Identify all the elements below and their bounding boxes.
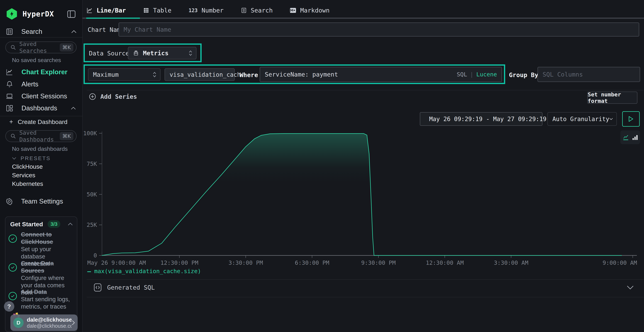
saved-searches-input[interactable]: Saved Searches ⌘K	[5, 42, 76, 53]
sidebar-item-team-settings[interactable]: Team Settings	[5, 198, 63, 205]
user-menu[interactable]: D dale@clickhouse.com dale@clickhouse.co…	[10, 314, 78, 331]
date-range-value: May 26 09:29:19 - May 27 09:29:19	[429, 116, 546, 122]
check-circle-icon	[8, 234, 17, 243]
tab-label: Table	[153, 7, 172, 14]
generated-sql-toggle[interactable]: Generated SQL	[94, 282, 634, 293]
get-started-item[interactable]: Add Data Start sending logs, metrics, or…	[21, 288, 74, 310]
sidebar-item-dashboards[interactable]: Dashboards	[6, 104, 76, 112]
preset-services[interactable]: Services	[12, 172, 35, 179]
preset-clickhouse[interactable]: ClickHouse	[12, 163, 43, 170]
get-started-title: Get Started	[10, 221, 43, 228]
play-icon	[628, 116, 634, 122]
chevron-down-icon	[627, 285, 634, 290]
saved-dashboards-input[interactable]: Saved Dashboards ⌘K	[5, 130, 76, 142]
mode-separator: |	[467, 71, 476, 78]
help-button[interactable]: ?	[4, 301, 14, 312]
where-value: ServiceName: payment	[265, 71, 457, 78]
svg-text:3:30:00 AM: 3:30:00 AM	[494, 260, 528, 266]
where-label: Where	[240, 71, 258, 78]
database-icon	[133, 50, 139, 56]
tab-label: Markdown	[300, 7, 330, 14]
app-title: HyperDX	[22, 10, 54, 18]
get-started-item-title: Create Data Sources	[21, 260, 74, 274]
app-logo[interactable]: HyperDX	[6, 8, 54, 20]
tab-search[interactable]: Search	[241, 7, 273, 14]
data-source-select[interactable]: Metrics	[128, 47, 196, 60]
get-started-item-desc: Start sending logs, metrics, or traces	[21, 296, 74, 310]
shortcut-badge: ⌘K	[60, 43, 73, 52]
aggregation-value: Maximum	[93, 71, 152, 78]
legend-dash-icon: —	[87, 268, 91, 275]
sql-mode-toggle[interactable]: SQL	[457, 71, 467, 78]
lucene-mode-toggle[interactable]: Lucene	[476, 71, 497, 78]
search-section-label: Search	[21, 28, 71, 36]
svg-text:6:30:00 PM: 6:30:00 PM	[295, 260, 329, 266]
plus-icon: +	[9, 118, 13, 126]
avatar: D	[13, 318, 24, 328]
add-series-label: Add Series	[100, 93, 137, 100]
select-chevrons-icon	[152, 72, 156, 78]
laptop-icon	[6, 92, 13, 100]
check-circle-icon	[8, 263, 17, 272]
add-series-button[interactable]: Add Series	[89, 93, 137, 100]
metric-tag-text: visa_validation_cach	[170, 71, 240, 78]
line-chart-icon	[86, 7, 93, 14]
saved-searches-placeholder: Saved Searches	[19, 40, 60, 54]
svg-text:75K: 75K	[86, 160, 97, 167]
chevron-right-icon	[72, 320, 75, 326]
tab-track	[82, 18, 644, 19]
sidebar-item-alerts[interactable]: Alerts	[6, 80, 38, 88]
tab-line-bar[interactable]: Line/Bar	[86, 7, 126, 14]
sidebar: HyperDX Search Saved Searches ⌘K No save…	[0, 0, 83, 332]
chart-type-tabbar: Line/Bar Table 123 Number Search Markdow…	[86, 5, 330, 16]
no-saved-dashboards-text: No saved dashboards	[12, 146, 68, 152]
tab-label: Line/Bar	[96, 7, 126, 14]
granularity-select[interactable]: Auto Granularity	[548, 112, 617, 126]
chevron-up-icon	[68, 222, 73, 226]
line-chart-icon	[6, 68, 13, 76]
code-icon	[94, 283, 102, 292]
svg-text:May 26 9:00:00 AM: May 26 9:00:00 AM	[87, 260, 146, 266]
set-number-format-label: Set number format	[588, 91, 637, 104]
data-source-label: Data Source	[89, 50, 129, 57]
sidebar-item-label: Chart Explorer	[22, 68, 68, 76]
gear-icon	[5, 198, 13, 205]
chevron-down-icon	[12, 157, 16, 160]
legend-series-label: max(visa_validation_cache.size)	[94, 268, 201, 274]
metric-field-tag[interactable]: visa_validation_cach	[164, 68, 235, 81]
set-number-format-button[interactable]: Set number format	[587, 92, 638, 104]
collapse-sidebar-icon[interactable]	[67, 10, 76, 18]
sidebar-item-label: Client Sessions	[22, 92, 67, 100]
get-started-item-title: Connect to ClickHouse	[21, 231, 73, 246]
dashboards-icon	[6, 104, 13, 112]
where-input[interactable]: ServiceName: payment SQL | Lucene	[260, 67, 502, 82]
svg-text:50K: 50K	[86, 191, 97, 198]
tab-number[interactable]: 123 Number	[188, 7, 224, 14]
sidebar-item-chart-explorer[interactable]: Chart Explorer	[6, 68, 68, 76]
date-range-picker[interactable]: May 26 09:29:19 - May 27 09:29:19	[420, 112, 542, 126]
get-started-item-title: Add Data	[21, 288, 74, 296]
svg-text:12:30:00 PM: 12:30:00 PM	[160, 260, 198, 266]
aggregation-select[interactable]: Maximum	[88, 68, 160, 81]
bell-icon	[6, 80, 13, 88]
sidebar-section-search[interactable]: Search	[6, 28, 76, 36]
chevron-down-icon	[609, 117, 613, 120]
presets-header[interactable]: PRESETS	[12, 155, 51, 161]
tab-label: Search	[251, 7, 273, 14]
sidebar-item-client-sessions[interactable]: Client Sessions	[6, 92, 67, 100]
run-query-button[interactable]	[622, 111, 640, 127]
create-dashboard-label: Create Dashboard	[18, 118, 68, 126]
group-by-input[interactable]	[538, 67, 640, 82]
tab-markdown[interactable]: Markdown	[290, 7, 330, 14]
select-chevrons-icon	[188, 50, 192, 56]
svg-text:12:30:00 AM: 12:30:00 AM	[426, 260, 464, 266]
get-started-header[interactable]: Get Started 3/3	[10, 220, 73, 228]
team-settings-label: Team Settings	[21, 198, 63, 205]
create-dashboard-button[interactable]: + Create Dashboard	[9, 118, 68, 126]
chart-legend[interactable]: — max(visa_validation_cache.size)	[87, 268, 201, 275]
chevron-up-icon	[71, 106, 76, 110]
sidebar-item-label: Dashboards	[22, 104, 71, 112]
chart-name-input[interactable]	[118, 22, 639, 36]
preset-kubernetes[interactable]: Kubernetes	[12, 180, 43, 187]
tab-table[interactable]: Table	[143, 7, 172, 14]
